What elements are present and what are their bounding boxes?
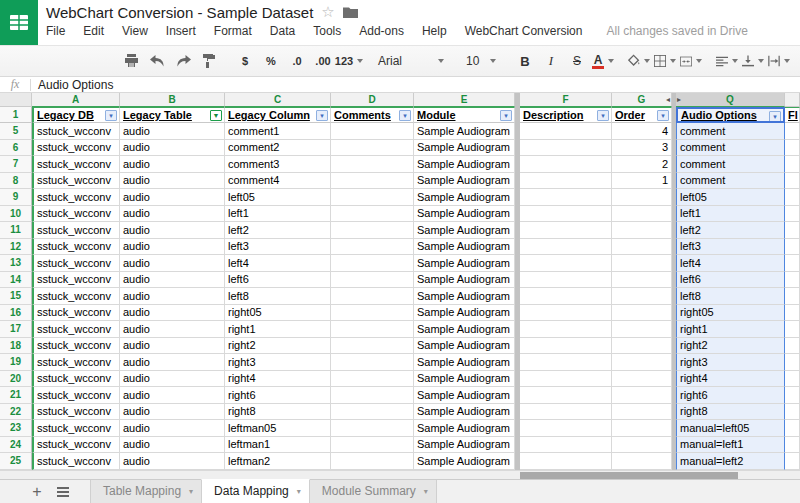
cell-g16[interactable] [612, 305, 672, 322]
cell-a23[interactable]: sstuck_wcconv [32, 420, 120, 437]
cell-a17[interactable]: sstuck_wcconv [32, 321, 120, 338]
filter-dropdown-icon-d[interactable]: ▾ [399, 110, 411, 121]
cell-c25[interactable]: leftman2 [225, 453, 331, 470]
cell-a25[interactable]: sstuck_wcconv [32, 453, 120, 470]
cell-e23[interactable]: Sample Audiogram [414, 420, 515, 437]
format-percent-button[interactable]: % [260, 50, 282, 72]
column-header-q[interactable]: ▸Q [676, 93, 785, 107]
cell-a20[interactable]: sstuck_wcconv [32, 371, 120, 388]
cell-e17[interactable]: Sample Audiogram [414, 321, 515, 338]
cell-b25[interactable]: audio [120, 453, 225, 470]
cell-b11[interactable]: audio [120, 222, 225, 239]
cell-f5[interactable] [520, 123, 612, 140]
menu-edit[interactable]: Edit [83, 24, 104, 38]
menu-insert[interactable]: Insert [166, 24, 196, 38]
cell-r6-partial[interactable] [785, 140, 800, 157]
cell-e14[interactable]: Sample Audiogram [414, 272, 515, 289]
cell-f10[interactable] [520, 206, 612, 223]
cell-r25-partial[interactable] [785, 453, 800, 470]
document-title[interactable]: WebChart Conversion - Sample Dataset [46, 4, 313, 21]
cell-g8[interactable]: 1 [612, 173, 672, 190]
menu-view[interactable]: View [122, 24, 148, 38]
active-filter-icon-b[interactable]: ▼ [210, 110, 222, 121]
cell-b8[interactable]: audio [120, 173, 225, 190]
italic-button[interactable]: I [540, 50, 562, 72]
cell-a5[interactable]: sstuck_wcconv [32, 123, 120, 140]
cell-c7[interactable]: comment3 [225, 156, 331, 173]
menu-webchart-conversion[interactable]: WebChart Conversion [465, 24, 583, 38]
cell-f1[interactable]: Description▾ [520, 107, 612, 123]
cell-f8[interactable] [520, 173, 612, 190]
print-icon[interactable] [120, 50, 142, 72]
cell-r11-partial[interactable] [785, 222, 800, 239]
cell-g11[interactable] [612, 222, 672, 239]
tab-data-mapping[interactable]: Data Mapping▾ [201, 479, 310, 503]
cell-a8[interactable]: sstuck_wcconv [32, 173, 120, 190]
cell-b13[interactable]: audio [120, 255, 225, 272]
cell-d17[interactable] [331, 321, 414, 338]
add-sheet-button[interactable]: + [24, 480, 50, 503]
cell-f13[interactable] [520, 255, 612, 272]
cell-f15[interactable] [520, 288, 612, 305]
cell-g24[interactable] [612, 437, 672, 454]
cell-b18[interactable]: audio [120, 338, 225, 355]
fill-color-button[interactable] [628, 50, 650, 72]
cell-e22[interactable]: Sample Audiogram [414, 404, 515, 421]
column-header-partial[interactable] [785, 93, 800, 107]
cell-c16[interactable]: right05 [225, 305, 331, 322]
cell-q18[interactable]: right2 [676, 338, 785, 355]
filter-dropdown-icon-q[interactable]: ▾ [769, 111, 781, 122]
row-header-21[interactable]: 21 [0, 387, 32, 404]
cell-b7[interactable]: audio [120, 156, 225, 173]
row-header-11[interactable]: 11 [0, 222, 32, 239]
cell-g6[interactable]: 3 [612, 140, 672, 157]
cell-r16-partial[interactable] [785, 305, 800, 322]
cell-q7[interactable]: comment [676, 156, 785, 173]
cell-b5[interactable]: audio [120, 123, 225, 140]
cell-g1[interactable]: Order▾ [612, 107, 672, 123]
cell-f7[interactable] [520, 156, 612, 173]
cell-c23[interactable]: leftman05 [225, 420, 331, 437]
cell-c17[interactable]: right1 [225, 321, 331, 338]
cell-a14[interactable]: sstuck_wcconv [32, 272, 120, 289]
cell-d11[interactable] [331, 222, 414, 239]
cell-a11[interactable]: sstuck_wcconv [32, 222, 120, 239]
cell-q5[interactable]: comment [676, 123, 785, 140]
cell-d5[interactable] [331, 123, 414, 140]
cell-g14[interactable] [612, 272, 672, 289]
font-family-select[interactable]: Arial [372, 50, 450, 72]
cell-g23[interactable] [612, 420, 672, 437]
cell-r15-partial[interactable] [785, 288, 800, 305]
sheets-logo-icon[interactable] [0, 0, 38, 45]
cell-d23[interactable] [331, 420, 414, 437]
cell-a19[interactable]: sstuck_wcconv [32, 354, 120, 371]
save-status[interactable]: All changes saved in Drive [606, 24, 747, 38]
cell-f19[interactable] [520, 354, 612, 371]
cell-g7[interactable]: 2 [612, 156, 672, 173]
cell-f22[interactable] [520, 404, 612, 421]
cell-d13[interactable] [331, 255, 414, 272]
cell-q13[interactable]: left4 [676, 255, 785, 272]
cell-e10[interactable]: Sample Audiogram [414, 206, 515, 223]
cell-a7[interactable]: sstuck_wcconv [32, 156, 120, 173]
filter-dropdown-icon-f[interactable]: ▾ [597, 110, 609, 121]
cell-q16[interactable]: right05 [676, 305, 785, 322]
cell-g21[interactable] [612, 387, 672, 404]
redo-icon[interactable] [172, 50, 194, 72]
cell-e19[interactable]: Sample Audiogram [414, 354, 515, 371]
cell-b21[interactable]: audio [120, 387, 225, 404]
cell-q24[interactable]: manual=left1 [676, 437, 785, 454]
menu-format[interactable]: Format [214, 24, 252, 38]
cell-q15[interactable]: left8 [676, 288, 785, 305]
cell-a24[interactable]: sstuck_wcconv [32, 437, 120, 454]
cell-b19[interactable]: audio [120, 354, 225, 371]
column-header-g[interactable]: G◂ [612, 93, 672, 107]
cell-r19-partial[interactable] [785, 354, 800, 371]
cell-c19[interactable]: right3 [225, 354, 331, 371]
cell-r1-partial[interactable]: Fl [785, 107, 800, 123]
cell-a12[interactable]: sstuck_wcconv [32, 239, 120, 256]
cell-a6[interactable]: sstuck_wcconv [32, 140, 120, 157]
hidden-columns-left-icon[interactable]: ◂ [666, 95, 670, 104]
cell-e7[interactable]: Sample Audiogram [414, 156, 515, 173]
horizontal-scrollbar-thumb[interactable] [520, 472, 738, 479]
